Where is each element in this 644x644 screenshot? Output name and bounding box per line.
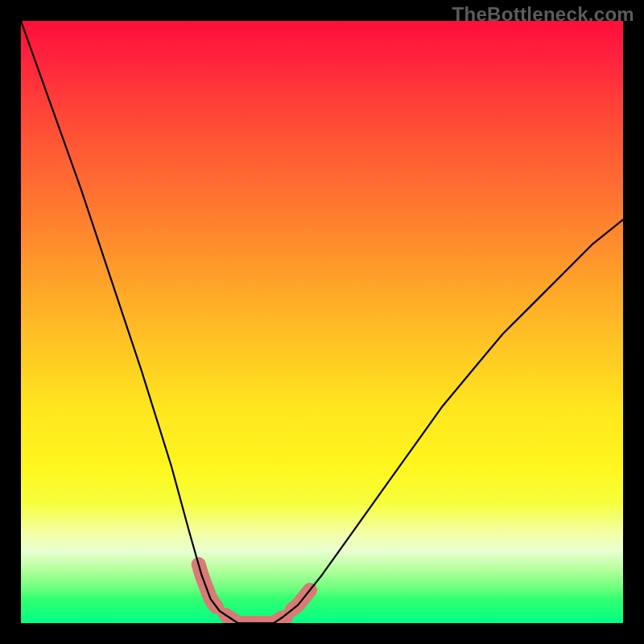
watermark-text: TheBottleneck.com	[452, 3, 634, 26]
plot-area	[21, 21, 623, 623]
bottleneck-curve	[21, 21, 623, 623]
curve-line	[21, 21, 623, 623]
chart-frame: TheBottleneck.com	[0, 0, 644, 644]
curve-group	[21, 21, 623, 623]
